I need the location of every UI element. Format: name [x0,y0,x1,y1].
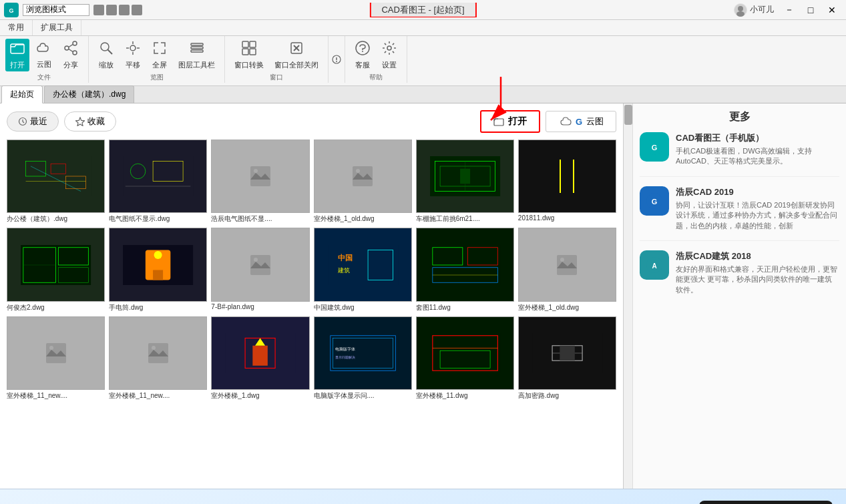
ribbon-window-switch-button[interactable]: 窗口转换 [230,39,268,71]
window-switch-label: 窗口转换 [234,60,264,70]
list-item[interactable]: 高加密路.dwg [518,316,616,401]
ribbon-zoom-button[interactable]: 缩放 [94,39,118,71]
view-mode-input[interactable]: 浏览图模式 [23,4,89,16]
cad2019-desc: 协同，让设计互联！浩辰CAD 2019创新研发协同设计系统，通过多种协办方式，解… [676,200,839,231]
ribbon-settings-button[interactable]: 设置 [377,39,401,71]
list-item[interactable]: 套图11.dwg [416,228,514,312]
share-label: 分享 [63,60,78,70]
cad2019-text: 浩辰CAD 2019 协同，让设计互联！浩辰CAD 2019创新研发协同设计系统… [676,186,839,231]
content-area: 最近 收藏 打开 G 云图 [0,103,623,489]
favorite-filter-button[interactable]: 收藏 [64,111,116,132]
file-grid: 办公楼（建筑）.dwg 电气图纸不显示.dwg 浩辰电气图纸不显.... 室外楼… [7,140,616,401]
list-item[interactable]: 室外楼梯_11_new.... [109,316,207,401]
minimize-button[interactable]: － [779,3,799,17]
ribbon-cloud-button[interactable]: 云图 [32,39,56,71]
appstore-button[interactable]: Download on the App Store [699,501,833,505]
zoom-icon [98,40,114,59]
open-button-label: 打开 [508,115,527,128]
zoom-label: 缩放 [99,60,114,70]
window-controls: － □ ✕ [779,3,842,17]
svg-text:A: A [652,262,656,270]
list-item[interactable]: 中国建筑 中国建筑.dwg [314,228,412,312]
sidebar-item-cad2019[interactable]: G 浩辰CAD 2019 协同，让设计互联！浩辰CAD 2019创新研发协同设计… [640,186,839,241]
list-item[interactable]: 办公楼（建筑）.dwg [7,140,105,224]
file-name: 室外楼梯_11.dwg [416,391,514,401]
ribbon-tab-extend[interactable]: 扩展工具 [33,20,81,35]
file-name: 何俊杰2.dwg [7,303,105,312]
list-item[interactable]: 201811.dwg [518,140,616,224]
svg-text:G: G [9,7,13,14]
list-item[interactable]: 室外楼梯_1.dwg [211,316,309,401]
ribbon-window-items: 窗口转换 窗口全部关闭 [230,39,323,71]
list-item[interactable]: 手电筒.dwg [109,228,207,312]
user-avatar [734,3,747,17]
title-text: CAD看图王 - [起始页] [369,3,476,17]
ribbon-tab-common[interactable]: 常用 [0,20,33,35]
file-name: 7-B#-plan.dwg [211,303,309,310]
list-item[interactable]: 车棚施工前挑6m21.... [416,140,514,224]
ribbon-open-button[interactable]: 打开 [5,39,29,71]
sidebar-item-mobile[interactable]: G CAD看图王（手机版） 手机CAD极速看图，DWG高效编辑，支持AutoCA… [640,132,839,177]
list-item[interactable]: 室外楼梯_11.dwg [416,316,514,401]
list-item[interactable]: 室外楼梯_1_old.dwg [518,228,616,312]
ribbon-fullscreen-button[interactable]: 全屏 [148,39,172,71]
toolbar-icon-4[interactable] [132,5,142,15]
close-button[interactable]: ✕ [822,3,842,17]
help-group-label: 帮助 [369,73,383,82]
recent-filter-button[interactable]: 最近 [7,111,59,132]
scroll-bar[interactable] [623,103,632,489]
svg-point-75 [560,258,564,262]
sidebar: 更多 G CAD看图王（手机版） 手机CAD极速看图，DWG高效编辑，支持Aut… [632,103,846,489]
ribbon-group-window: 窗口转换 窗口全部关闭 窗口 [225,36,329,83]
sidebar-item-arch2018[interactable]: A 浩辰CAD建筑 2018 友好的界面和格式兼容，天正用户轻松使用，更智能更强… [640,250,839,304]
list-item[interactable]: 何俊杰2.dwg [7,228,105,312]
svg-text:电脑版字体: 电脑版字体 [335,346,355,351]
ribbon-pan-button[interactable]: 平移 [121,39,145,71]
list-item[interactable]: 电脑版字体显示问题解决 电脑版字体显示问.... [314,316,412,401]
svg-point-45 [356,169,360,173]
mobile-app-icon: G [640,132,669,162]
ribbon-service-button[interactable]: 客服 [351,39,375,71]
toolbar-icon-3[interactable] [119,5,130,15]
cad2019-icon: G [640,186,669,216]
list-item[interactable]: 7-B#-plan.dwg [211,228,309,312]
mobile-app-name: CAD看图王（手机版） [676,132,839,144]
list-item[interactable]: 电气图纸不显示.dwg [109,140,207,224]
cloud-action-button[interactable]: G 云图 [546,111,616,132]
arch2018-name: 浩辰CAD建筑 2018 [676,250,839,262]
file-group-label: 文件 [37,73,51,82]
tab-home[interactable]: 起始页 [1,85,43,103]
svg-rect-20 [250,49,256,55]
svg-rect-16 [191,50,203,52]
clock-icon [18,117,27,126]
settings-label: 设置 [382,60,397,70]
list-item[interactable]: 浩辰电气图纸不显.... [211,140,309,224]
svg-rect-89 [430,333,500,373]
ribbon-share-button[interactable]: 分享 [59,39,83,71]
ribbon-layer-button[interactable]: 图层工具栏 [174,39,219,71]
file-name: 室外楼梯_1.dwg [211,391,309,401]
svg-rect-84 [328,333,398,373]
tab-drawing[interactable]: 办公楼（建筑）.dwg [44,85,134,103]
open-file-button[interactable]: 打开 [480,110,540,133]
list-item[interactable]: 室外楼梯_1_old.dwg [314,140,412,224]
toolbar-icon-2[interactable] [106,5,117,15]
file-name: 室外楼梯_11_new.... [109,391,207,401]
ribbon-file-items: 打开 云图 分享 [5,39,83,71]
service-label: 客服 [355,60,370,70]
list-item[interactable]: 室外楼梯_11_new.... [7,316,105,401]
layer-icon [189,40,205,59]
tab-bar: 起始页 办公楼（建筑）.dwg [0,86,846,103]
ribbon-close-all-button[interactable]: 窗口全部关闭 [270,39,323,71]
favorite-label: 收藏 [87,115,105,128]
svg-point-27 [362,51,363,52]
recent-label: 最近 [30,115,47,128]
scroll-thumb[interactable] [624,105,632,125]
svg-point-61 [154,251,162,259]
share-icon [63,40,79,59]
user-area[interactable]: 小可儿 [734,3,774,17]
toolbar-icon-1[interactable] [93,5,104,15]
maximize-button[interactable]: □ [801,3,821,17]
file-name: 车棚施工前挑6m21.... [416,214,514,224]
arch2018-icon: A [640,250,669,280]
